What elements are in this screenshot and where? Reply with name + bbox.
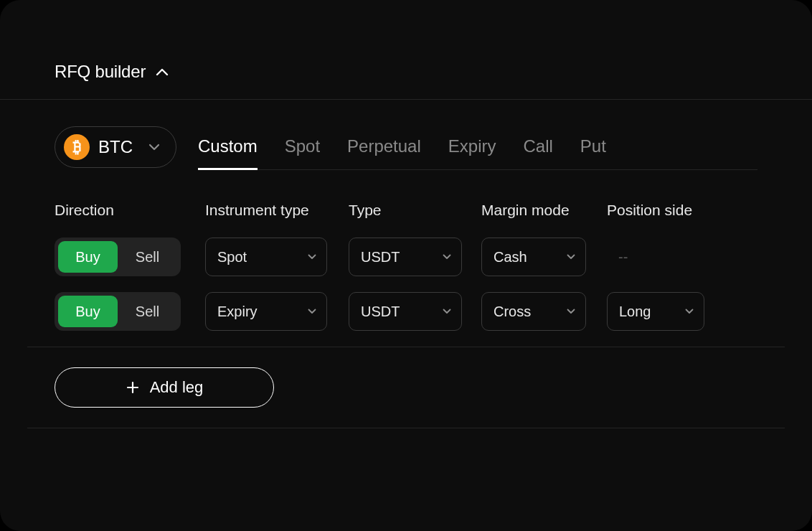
chevron-down-icon (685, 309, 694, 314)
position-value: Long (619, 304, 651, 320)
chevron-down-icon (148, 144, 160, 151)
direction-toggle: Buy Sell (55, 238, 181, 276)
rfq-panel: RFQ builder ₿ BTC Custom Spot Perpetual … (0, 0, 812, 531)
chevron-down-icon (308, 254, 316, 260)
buy-button[interactable]: Buy (58, 296, 118, 327)
type-value: USDT (361, 304, 400, 320)
margin-value: Cash (494, 249, 527, 266)
column-position: Position side (607, 202, 729, 219)
bitcoin-icon: ₿ (64, 134, 90, 160)
direction-toggle: Buy Sell (55, 292, 181, 331)
type-select[interactable]: USDT (349, 238, 462, 276)
legs-list: Buy Sell Spot USDT Cash (0, 219, 812, 331)
instrument-value: Expiry (217, 304, 258, 320)
column-margin: Margin mode (481, 202, 607, 219)
tab-spot[interactable]: Spot (285, 136, 320, 169)
margin-select[interactable]: Cash (481, 238, 586, 276)
instrument-select[interactable]: Spot (205, 238, 327, 276)
chevron-down-icon (308, 309, 316, 314)
column-direction: Direction (55, 202, 205, 219)
instrument-value: Spot (217, 249, 247, 266)
chevron-down-icon (443, 309, 451, 314)
tab-custom[interactable]: Custom (198, 136, 258, 169)
instrument-select[interactable]: Expiry (205, 292, 327, 331)
sell-button[interactable]: Sell (118, 241, 177, 273)
buy-button[interactable]: Buy (58, 241, 118, 273)
tab-call[interactable]: Call (524, 136, 553, 169)
column-type: Type (349, 202, 481, 219)
chevron-up-icon (156, 65, 169, 78)
position-select[interactable]: Long (607, 292, 704, 331)
tab-bar: Custom Spot Perpetual Expiry Call Put (198, 124, 757, 170)
columns-header: Direction Instrument type Type Margin mo… (0, 170, 812, 219)
leg-row: Buy Sell Expiry USDT Cross (55, 292, 757, 331)
tab-expiry[interactable]: Expiry (448, 136, 496, 169)
leg-row: Buy Sell Spot USDT Cash (55, 238, 757, 276)
position-placeholder: -- (607, 249, 628, 265)
type-value: USDT (361, 249, 400, 266)
controls-row: ₿ BTC Custom Spot Perpetual Expiry Call … (0, 100, 812, 170)
add-leg-button[interactable]: Add leg (55, 367, 274, 408)
panel-title: RFQ builder (55, 62, 146, 82)
margin-select[interactable]: Cross (481, 292, 586, 331)
chevron-down-icon (443, 254, 451, 260)
chevron-down-icon (567, 309, 575, 314)
column-instrument: Instrument type (205, 202, 349, 219)
margin-value: Cross (494, 304, 531, 320)
tab-perpetual[interactable]: Perpetual (347, 136, 421, 169)
plus-icon (126, 380, 140, 395)
panel-header[interactable]: RFQ builder (0, 0, 812, 100)
asset-select[interactable]: ₿ BTC (55, 126, 176, 168)
type-select[interactable]: USDT (349, 292, 462, 331)
sell-button[interactable]: Sell (118, 296, 177, 327)
add-leg-section: Add leg (27, 347, 785, 428)
asset-symbol: BTC (98, 137, 133, 157)
add-leg-label: Add leg (150, 378, 204, 397)
chevron-down-icon (567, 254, 575, 260)
tab-put[interactable]: Put (580, 136, 606, 169)
